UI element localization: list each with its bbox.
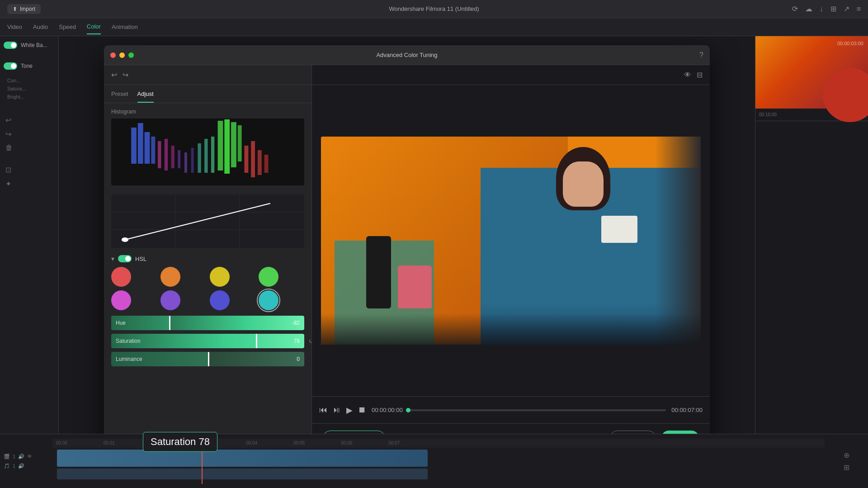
eye-icon[interactable]: 👁	[684, 71, 691, 79]
saturation-slider-container: Saturation 78 ↺	[111, 334, 304, 348]
play-button[interactable]: ▶	[346, 405, 353, 415]
close-window-button[interactable]	[110, 52, 116, 58]
window-icon[interactable]: ⊞	[830, 5, 836, 13]
tab-speed[interactable]: Speed	[59, 20, 76, 34]
app-title: Wondershare Filmora 11 (Untitled)	[389, 5, 479, 12]
svg-rect-10	[251, 141, 255, 177]
tab-audio[interactable]: Audio	[33, 20, 48, 34]
hsl-header: ▾ HSL	[111, 255, 304, 262]
histogram-label: Histogram	[111, 109, 304, 115]
timeline-time-marker: 00:00:03:00	[837, 41, 863, 46]
effects-icon[interactable]: ✦	[5, 180, 55, 188]
svg-rect-7	[231, 122, 236, 167]
crop-icon[interactable]: ⊡	[5, 166, 55, 174]
swatch-yellow[interactable]	[210, 267, 230, 287]
timeline-row-1: 🎬 1 🔊 👁	[4, 454, 49, 460]
hsl-toggle[interactable]	[118, 255, 132, 262]
hue-thumb[interactable]	[169, 316, 170, 330]
share-icon[interactable]: ↗	[844, 5, 849, 13]
skip-back-button[interactable]: ⏮	[319, 405, 327, 415]
track-icon-2: 🎵	[4, 463, 10, 469]
timeline-clip-2[interactable]	[57, 469, 428, 479]
timeline-area: 🎬 1 🔊 👁 🎵 1 🔊 00:00 00:01 00:02 00:03 00…	[0, 434, 868, 488]
timeline-right-controls: ⊕ ⊞	[828, 451, 864, 472]
tab-color[interactable]: Color	[87, 19, 101, 34]
tab-animation[interactable]: Animation	[112, 20, 138, 34]
video-face	[563, 161, 604, 207]
modal-toolbar: ↩ ↪	[104, 65, 311, 85]
svg-rect-11	[258, 150, 262, 175]
svg-rect-2	[138, 123, 143, 164]
undo-icon[interactable]: ↩	[5, 116, 55, 124]
svg-rect-12	[264, 155, 269, 173]
play-pause-button[interactable]: ⏯	[333, 405, 341, 415]
progress-handle[interactable]	[406, 408, 410, 412]
svg-rect-17	[184, 152, 187, 173]
download-icon[interactable]: ↓	[820, 5, 823, 13]
swatch-red[interactable]	[111, 267, 131, 287]
saturation-slider[interactable]: Saturation 78	[111, 334, 304, 348]
preset-tab[interactable]: Preset	[111, 90, 128, 103]
video-pink-mug	[398, 265, 432, 308]
histogram-canvas	[111, 118, 304, 185]
timeline-clip-1[interactable]	[57, 450, 428, 467]
svg-rect-9	[244, 146, 248, 173]
track-label-1: 1	[13, 454, 15, 459]
progress-bar[interactable]	[408, 409, 666, 411]
svg-rect-4	[151, 137, 155, 164]
hsl-collapse-icon[interactable]: ▾	[111, 255, 114, 262]
svg-rect-22	[111, 194, 304, 248]
adjust-tab[interactable]: Adjust	[137, 90, 154, 103]
timeline-track-area: 00:00 00:01 00:02 00:03 00:04 00:05 00:0…	[52, 439, 825, 484]
zoom-icon[interactable]: ⊕	[844, 451, 849, 460]
video-collar	[601, 216, 637, 243]
compare-icon[interactable]: ⊟	[697, 71, 703, 79]
preview-area	[312, 85, 710, 396]
timeline-row-2: 🎵 1 🔊	[4, 463, 49, 469]
right-panel-image: 00:00:03:00	[755, 36, 868, 109]
swatch-orange[interactable]	[160, 267, 180, 287]
swatch-magenta[interactable]	[111, 290, 131, 310]
luminance-thumb[interactable]	[208, 352, 209, 366]
speaker-icon-2: 🔊	[18, 463, 24, 469]
undo-tool-icon[interactable]: ↩	[111, 71, 117, 79]
redo-tool-icon[interactable]: ↪	[123, 71, 128, 79]
swatch-purple[interactable]	[160, 290, 180, 310]
stop-button[interactable]: ⏹	[358, 405, 366, 415]
svg-rect-6	[224, 119, 230, 174]
sidebar-tabs: Preset Adjust	[104, 85, 311, 103]
grid-icon[interactable]: ⊞	[844, 463, 849, 472]
menu-icon[interactable]: ≡	[857, 5, 861, 13]
saturation-value: 78	[294, 338, 300, 344]
redo-icon[interactable]: ↪	[5, 130, 55, 138]
delete-icon[interactable]: 🗑	[5, 144, 55, 152]
saturation-reset-icon[interactable]: ↺	[309, 337, 312, 345]
swatch-cyan[interactable]	[259, 290, 278, 310]
saturation-thumb[interactable]	[256, 334, 257, 348]
maximize-window-button[interactable]	[128, 52, 134, 58]
tab-video[interactable]: Video	[7, 20, 22, 34]
svg-rect-15	[171, 146, 175, 168]
svg-point-28	[122, 237, 128, 242]
hue-slider[interactable]: Hue -82	[111, 316, 304, 330]
tone-toggle[interactable]	[4, 62, 17, 70]
histogram-svg	[111, 118, 304, 185]
svg-rect-18	[191, 148, 194, 173]
color-tuning-modal: Advanced Color Tuning ? ↩ ↪ Preset	[104, 45, 710, 452]
video-bg	[321, 137, 701, 345]
curve-svg	[111, 194, 304, 248]
white-balance-toggle[interactable]	[4, 42, 17, 49]
minimize-window-button[interactable]	[119, 52, 125, 58]
cloud-icon[interactable]: ☁	[805, 5, 812, 13]
swatch-green[interactable]	[259, 267, 278, 287]
top-icons: ⟳ ☁ ↓ ⊞ ↗ ≡	[792, 5, 861, 13]
svg-rect-14	[165, 139, 168, 171]
import-button[interactable]: ⬆ Import	[7, 4, 41, 14]
contrast-label: Con...	[7, 78, 55, 83]
luminance-slider[interactable]: Luminance 0	[111, 352, 304, 366]
swatch-blue[interactable]	[210, 290, 230, 310]
hue-value: -82	[292, 320, 300, 326]
help-icon[interactable]: ?	[699, 51, 703, 59]
wifi-icon[interactable]: ⟳	[792, 5, 798, 13]
white-balance-label: White Ba...	[21, 42, 47, 48]
